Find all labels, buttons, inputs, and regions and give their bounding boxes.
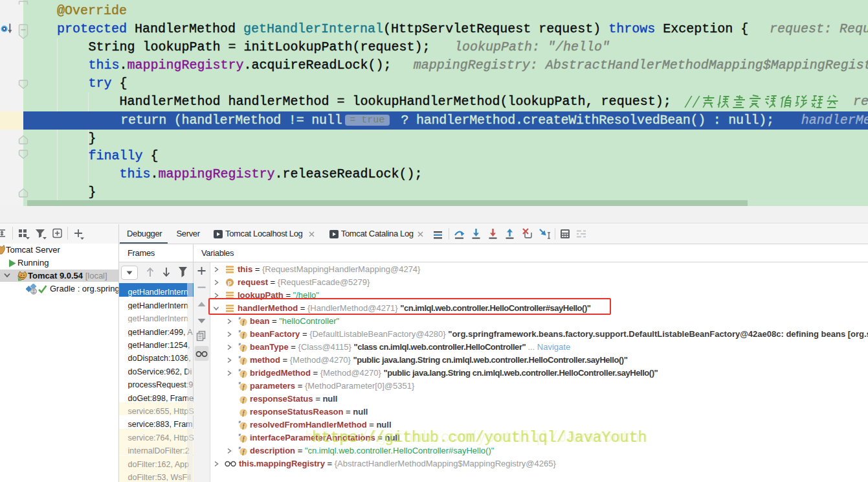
svg-text:p: p xyxy=(228,279,232,286)
